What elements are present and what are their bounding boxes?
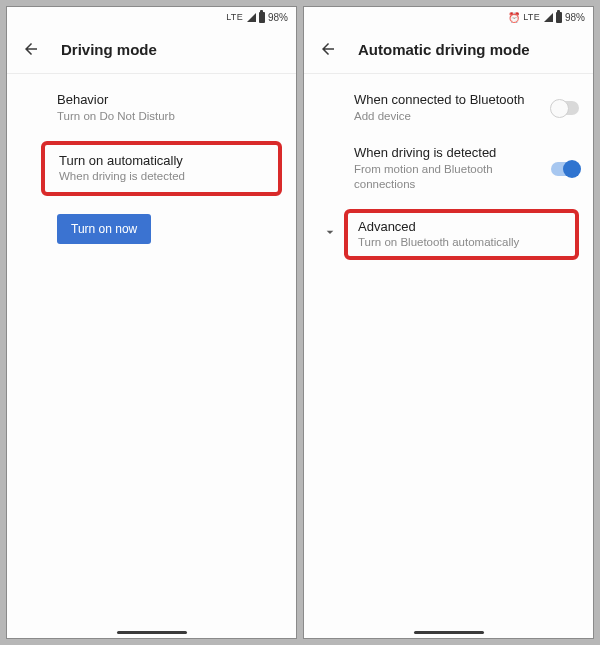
chevron-down-icon — [322, 224, 338, 240]
page-title: Automatic driving mode — [358, 41, 530, 58]
battery-icon — [259, 12, 265, 23]
row-title: Advanced — [358, 219, 565, 234]
arrow-left-icon — [22, 40, 40, 58]
signal-icon — [247, 13, 256, 22]
alarm-icon: ⏰ — [508, 12, 520, 23]
app-bar: Driving mode — [7, 27, 296, 74]
nav-pill[interactable] — [414, 631, 484, 634]
row-turn-on-automatically[interactable]: Turn on automatically When driving is de… — [41, 141, 282, 196]
row-subtitle: Turn on Do Not Disturb — [57, 109, 278, 125]
network-lte-label: LTE — [523, 12, 540, 22]
battery-icon — [556, 12, 562, 23]
status-bar: LTE 98% — [7, 7, 296, 27]
row-subtitle: Turn on Bluetooth automatically — [358, 236, 565, 248]
row-subtitle: From motion and Bluetooth connections — [354, 162, 541, 193]
content: When connected to Bluetooth Add device W… — [304, 74, 593, 638]
row-bluetooth[interactable]: When connected to Bluetooth Add device — [308, 82, 589, 135]
row-title: When connected to Bluetooth — [354, 92, 541, 107]
toggle-driving-detected[interactable] — [551, 162, 579, 176]
row-subtitle: When driving is detected — [59, 170, 264, 182]
back-button[interactable] — [21, 39, 41, 59]
row-title: Turn on automatically — [59, 153, 264, 168]
row-title: Behavior — [57, 92, 278, 107]
status-bar: ⏰ LTE 98% — [304, 7, 593, 27]
app-bar: Automatic driving mode — [304, 27, 593, 74]
button-row: Turn on now — [11, 202, 292, 254]
back-button[interactable] — [318, 39, 338, 59]
toggle-bluetooth[interactable] — [551, 101, 579, 115]
battery-percent: 98% — [565, 12, 585, 23]
phone-right: ⏰ LTE 98% Automatic driving mode When co… — [303, 6, 594, 639]
arrow-left-icon — [319, 40, 337, 58]
row-title: When driving is detected — [354, 145, 541, 160]
row-subtitle: Add device — [354, 109, 541, 125]
battery-percent: 98% — [268, 12, 288, 23]
row-driving-detected[interactable]: When driving is detected From motion and… — [308, 135, 589, 203]
row-behavior[interactable]: Behavior Turn on Do Not Disturb — [11, 82, 292, 135]
row-advanced[interactable]: Advanced Turn on Bluetooth automatically — [344, 209, 579, 260]
nav-pill[interactable] — [117, 631, 187, 634]
content: Behavior Turn on Do Not Disturb Turn on … — [7, 74, 296, 638]
page-title: Driving mode — [61, 41, 157, 58]
turn-on-now-button[interactable]: Turn on now — [57, 214, 151, 244]
phone-left: LTE 98% Driving mode Behavior Turn on Do… — [6, 6, 297, 639]
expand-button[interactable] — [322, 224, 338, 244]
network-lte-label: LTE — [226, 12, 243, 22]
signal-icon — [544, 13, 553, 22]
